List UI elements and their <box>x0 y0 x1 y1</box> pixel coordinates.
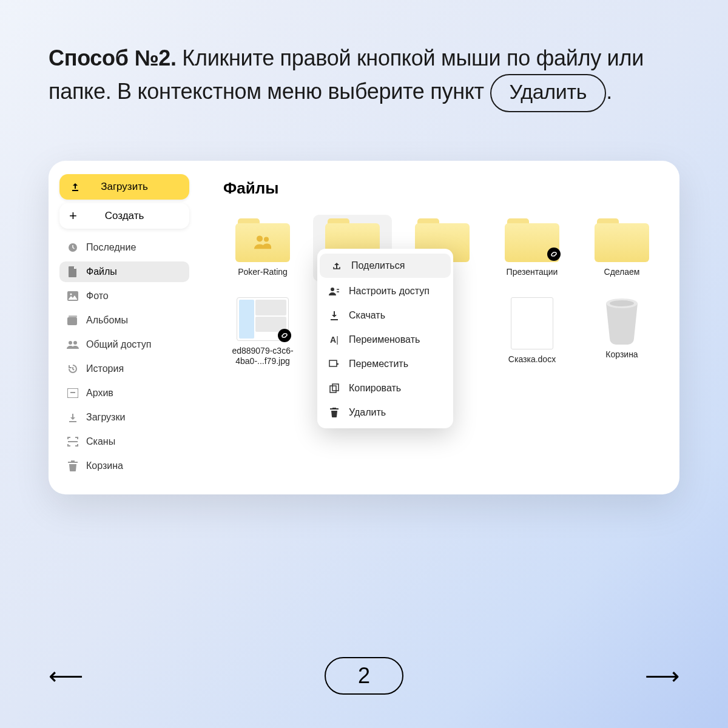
shared-badge-icon <box>254 235 272 249</box>
plus-icon: + <box>69 208 77 224</box>
menu-item-label: Переместить <box>349 359 408 369</box>
sidebar-item-label: Загрузки <box>86 412 125 423</box>
menu-item-delete[interactable]: Удалить <box>317 400 453 425</box>
folder-item[interactable]: Сделаем <box>582 215 661 281</box>
sidebar-item-label: Фото <box>86 291 109 302</box>
svg-rect-8 <box>70 392 75 393</box>
download-icon <box>328 311 340 320</box>
menu-item-download[interactable]: Скачать <box>317 303 453 328</box>
pager: ⟵ 2 ⟶ <box>0 657 728 695</box>
prev-arrow[interactable]: ⟵ <box>49 662 83 690</box>
sidebar-item-label: Архив <box>86 388 113 399</box>
image-file-item[interactable]: ed889079-c3c6-4ba0-...f79.jpg <box>223 294 302 371</box>
sidebar-item-albums[interactable]: Альбомы <box>59 310 189 331</box>
context-menu: Поделиться Настроить доступ Скачать A| П… <box>317 249 453 428</box>
archive-icon <box>67 388 79 398</box>
sidebar-item-label: Файлы <box>86 266 117 277</box>
menu-item-access[interactable]: Настроить доступ <box>317 279 453 303</box>
delete-pill: Удалить <box>490 74 607 112</box>
history-icon <box>67 363 79 374</box>
instruction-bold: Способ №2. <box>49 46 177 70</box>
document-file-item[interactable]: Сказка.docx <box>493 294 571 371</box>
sidebar-item-label: Корзина <box>86 460 123 471</box>
sidebar-item-downloads[interactable]: Загрузки <box>59 407 189 428</box>
create-label: Создать <box>105 210 144 222</box>
page-title: Файлы <box>223 179 661 198</box>
file-icon <box>67 266 79 277</box>
svg-point-2 <box>70 294 72 295</box>
svg-point-12 <box>610 300 634 306</box>
menu-item-share[interactable]: Поделиться <box>320 254 451 278</box>
file-label: ed889079-c3c6-4ba0-...f79.jpg <box>227 346 298 367</box>
sidebar-item-files[interactable]: Файлы <box>59 261 189 282</box>
upload-icon <box>70 182 80 192</box>
copy-icon <box>328 383 340 393</box>
sidebar-item-photo[interactable]: Фото <box>59 286 189 306</box>
users-icon <box>67 340 79 349</box>
sidebar-item-shared[interactable]: Общий доступ <box>59 334 189 355</box>
sidebar-item-archive[interactable]: Архив <box>59 383 189 403</box>
svg-rect-4 <box>69 315 77 317</box>
svg-point-9 <box>257 236 263 242</box>
create-button[interactable]: + Создать <box>59 203 189 229</box>
svg-point-10 <box>264 237 269 242</box>
folder-item[interactable]: Poker-Rating <box>223 215 302 281</box>
sidebar: Загрузить + Создать Последние Файлы Фото… <box>49 161 199 494</box>
folder-icon <box>235 218 290 262</box>
sidebar-item-label: Сканы <box>86 436 115 447</box>
trash-label: Корзина <box>605 349 638 360</box>
scan-icon <box>67 437 79 447</box>
file-manager-window: Загрузить + Создать Последние Файлы Фото… <box>49 161 679 494</box>
delete-icon <box>328 408 340 417</box>
image-icon <box>67 291 79 301</box>
menu-item-rename[interactable]: A| Переименовать <box>317 328 453 352</box>
sidebar-item-label: Общий доступ <box>86 339 152 350</box>
svg-rect-15 <box>330 386 336 393</box>
instruction-part2: . <box>606 79 612 104</box>
album-icon <box>67 315 79 325</box>
menu-item-label: Поделиться <box>351 260 405 271</box>
trash-item[interactable]: Корзина <box>582 294 661 371</box>
page-number: 2 <box>325 657 403 695</box>
share-icon <box>331 261 343 271</box>
folder-item[interactable]: Презентации <box>493 215 571 281</box>
svg-point-6 <box>73 341 77 345</box>
link-badge-icon <box>278 329 291 342</box>
folder-label: Poker-Rating <box>238 267 288 278</box>
menu-item-copy[interactable]: Копировать <box>317 376 453 400</box>
menu-item-label: Удалить <box>349 407 386 418</box>
menu-item-move[interactable]: Переместить <box>317 352 453 376</box>
instruction-text: Способ №2. Кликните правой кнопкой мыши … <box>0 0 728 136</box>
svg-rect-14 <box>329 360 337 366</box>
trash-bin-icon <box>602 297 641 345</box>
trash-icon <box>67 460 79 471</box>
menu-item-label: Переименовать <box>349 334 420 345</box>
upload-label: Загрузить <box>101 181 148 193</box>
svg-point-5 <box>69 341 72 345</box>
sidebar-item-scans[interactable]: Сканы <box>59 431 189 452</box>
svg-rect-3 <box>67 317 77 325</box>
upload-button[interactable]: Загрузить <box>59 174 189 200</box>
sidebar-item-recent[interactable]: Последние <box>59 237 189 258</box>
document-thumbnail <box>511 297 553 349</box>
menu-item-label: Копировать <box>349 383 401 394</box>
folder-label: Презентации <box>507 267 558 278</box>
download-icon <box>67 413 79 422</box>
clock-icon <box>67 242 79 253</box>
menu-item-label: Настроить доступ <box>349 286 430 297</box>
folder-icon <box>595 218 649 262</box>
folder-label: Сделаем <box>604 267 640 278</box>
menu-item-label: Скачать <box>349 310 385 321</box>
sidebar-item-label: Последние <box>86 242 136 253</box>
sidebar-item-label: История <box>86 363 124 374</box>
svg-rect-16 <box>332 384 339 391</box>
rename-icon: A| <box>328 335 340 345</box>
sidebar-item-trash[interactable]: Корзина <box>59 456 189 476</box>
access-icon <box>328 287 340 295</box>
sidebar-item-label: Альбомы <box>86 315 128 326</box>
svg-point-13 <box>331 288 334 291</box>
move-icon <box>328 360 340 368</box>
sidebar-item-history[interactable]: История <box>59 359 189 379</box>
next-arrow[interactable]: ⟶ <box>645 662 679 690</box>
file-label: Сказка.docx <box>508 354 556 365</box>
